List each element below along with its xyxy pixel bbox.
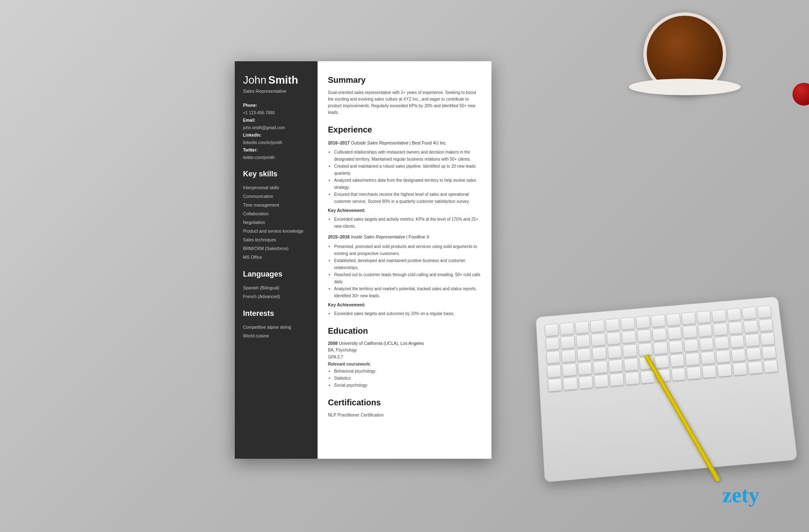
list-item: Cultivated relationships with restaurant…	[334, 149, 481, 163]
key	[545, 337, 560, 350]
key	[742, 307, 757, 320]
key	[685, 352, 700, 366]
key	[561, 349, 576, 363]
contact-info: Phone: +1 123-456-7890 Email: john.smith…	[243, 102, 309, 161]
key	[594, 374, 609, 388]
key	[579, 376, 593, 389]
key	[609, 373, 624, 387]
list-item: Social psychology	[334, 382, 481, 389]
key	[666, 313, 681, 326]
list-item: MS Office	[243, 253, 309, 262]
languages-section-title: Languages	[243, 270, 309, 279]
key	[743, 320, 758, 333]
languages-list: Spanish (Bilingual) French (Advanced)	[243, 284, 309, 301]
achievement-text-2: Exceeded sales targets and outcomes by 2…	[328, 310, 481, 317]
list-item: Product and service knowledge	[243, 227, 309, 236]
skills-section-title: Key skills	[243, 170, 309, 178]
job-header-2: 2015–2016 Inside Sales Representative | …	[328, 234, 481, 241]
coffee-saucer	[629, 79, 741, 95]
key	[730, 335, 744, 348]
key	[625, 372, 640, 385]
key	[622, 330, 636, 344]
key	[593, 361, 607, 374]
list-item: Sales techniques	[243, 236, 309, 244]
list-item: Reached out to customer leads through co…	[334, 271, 481, 285]
resume-sidebar: John Smith Sales Representative Phone: +…	[235, 61, 318, 459]
interests-section-title: Interests	[243, 309, 309, 318]
key	[716, 350, 731, 363]
twitter-row: Twitter: twitter.com/jsmith	[243, 147, 309, 161]
key	[669, 340, 684, 354]
key	[746, 347, 761, 361]
linkedin-value: linkedin.com/in/jsmith	[243, 139, 309, 147]
list-item: Interpersonal skills	[243, 183, 309, 192]
key	[576, 335, 590, 348]
key	[684, 339, 699, 352]
key	[702, 365, 717, 378]
first-name: John	[243, 74, 266, 86]
list-item: Time management	[243, 201, 309, 209]
key	[732, 362, 747, 376]
key	[763, 360, 778, 373]
edu-gpa: GPA 3.7	[328, 354, 481, 361]
email-value: john.smith@gmail.com	[243, 124, 309, 132]
email-row: Email: john.smith@gmail.com	[243, 117, 309, 132]
list-item: Statistics	[334, 375, 481, 382]
edu-degree: BA, Psychology	[328, 347, 481, 354]
list-item: Communication	[243, 192, 309, 201]
linkedin-label: LinkedIn:	[243, 132, 309, 139]
key	[655, 355, 669, 368]
zety-logo: zety	[722, 483, 759, 507]
job-title-2: Inside Sales Representative | Foodline X	[351, 234, 429, 239]
key	[548, 378, 562, 392]
key	[745, 334, 760, 347]
key	[638, 343, 652, 356]
list-item: French (Advanced)	[243, 292, 309, 301]
list-item: Ensured that merchants receive the highe…	[334, 191, 481, 205]
key	[562, 363, 577, 376]
key	[698, 324, 713, 337]
list-item: Created and maintained a robust sales pi…	[334, 163, 481, 177]
phone-value: +1 123-456-7890	[243, 109, 309, 117]
key	[605, 318, 620, 332]
phone-label: Phone:	[243, 102, 309, 109]
achievement-label-2: Key Achievement:	[328, 302, 481, 308]
key	[544, 323, 559, 337]
list-item: Competitive alpine skiing	[243, 323, 309, 332]
list-item: Established, developed and maintained po…	[334, 257, 481, 271]
job-bullets-2: Presented, promoted and sold products an…	[328, 243, 481, 299]
list-item: Exceeded sales targets and activity metr…	[334, 216, 481, 230]
key	[712, 309, 727, 322]
key	[760, 332, 775, 346]
key	[624, 358, 639, 371]
skills-list: Interpersonal skills Communication Time …	[243, 183, 309, 262]
key	[546, 351, 561, 364]
key	[714, 336, 729, 349]
summary-text: Goal-oriented sales representative with …	[328, 89, 481, 116]
key	[671, 368, 686, 381]
key	[590, 320, 605, 333]
job-year-2: 2015–2016	[328, 234, 350, 239]
edu-coursework-list: Behavioral psychology Statistics Social …	[328, 368, 481, 389]
twitter-label: Twitter:	[243, 147, 309, 154]
experience-title: Experience	[328, 123, 481, 136]
resume-main: Summary Goal-oriented sales representati…	[318, 61, 491, 459]
twitter-value: twitter.com/jsmith	[243, 154, 309, 161]
key	[699, 337, 714, 351]
list-item: Analyzed the territory and market's pote…	[334, 285, 481, 299]
key	[560, 322, 574, 335]
edu-school: University of California (UCLA), Los Ang…	[339, 341, 424, 346]
list-item: Spanish (Bilingual)	[243, 284, 309, 292]
key	[578, 362, 592, 375]
email-label: Email:	[243, 117, 309, 124]
last-name: Smith	[268, 74, 298, 86]
candidate-title: Sales Representative	[243, 89, 309, 94]
edu-coursework-label: Relevant coursework:	[328, 361, 481, 368]
key	[577, 348, 591, 361]
education-title: Education	[328, 325, 481, 337]
linkedin-row: LinkedIn: linkedin.com/in/jsmith	[243, 132, 309, 147]
key	[623, 344, 637, 357]
key	[713, 323, 728, 336]
list-item: Analyzed sales/metrics data from the des…	[334, 177, 481, 191]
key	[651, 314, 665, 327]
